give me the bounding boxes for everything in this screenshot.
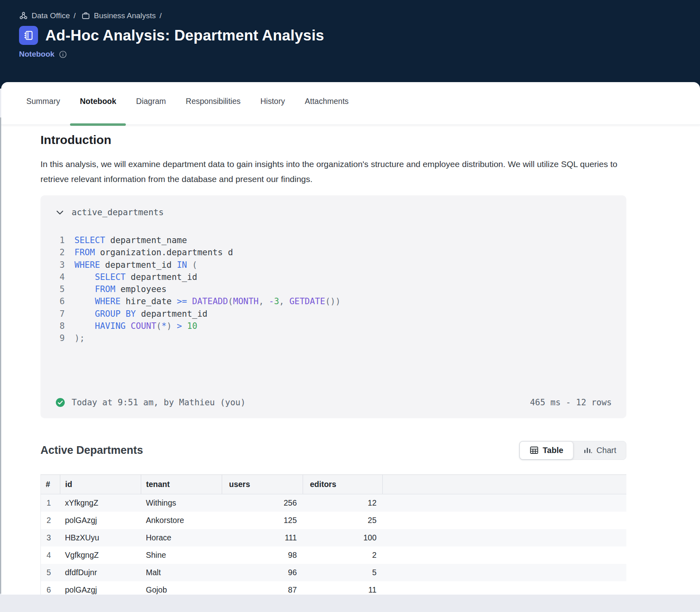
- table-cell: 4: [41, 546, 60, 564]
- column-header-editors[interactable]: editors: [303, 474, 383, 494]
- intro-paragraph: In this analysis, we will examine depart…: [40, 157, 620, 186]
- org-icon: [19, 11, 28, 20]
- table-cell: 11: [303, 581, 383, 595]
- line-number: 4: [55, 271, 65, 283]
- table-cell: xYfkgngZ: [60, 494, 141, 512]
- chart-view-button[interactable]: Chart: [573, 441, 626, 460]
- table-cell: 98: [222, 546, 303, 564]
- table-cell-filler: [383, 529, 627, 546]
- results-header: Active Departments TableChart: [40, 441, 626, 460]
- table-row[interactable]: 5dfdfDujnrMalt965: [41, 564, 627, 581]
- view-label: Chart: [596, 446, 616, 455]
- query-cell-header: active_departments: [55, 208, 612, 217]
- notebook-doc-icon: [19, 26, 38, 45]
- breadcrumb-item[interactable]: Business Analysts/: [81, 11, 161, 20]
- column-header-filler: [383, 474, 627, 494]
- tab-history[interactable]: History: [261, 97, 285, 125]
- sql-line: 3WHERE department_id IN (: [55, 259, 612, 271]
- sql-line: 8 HAVING COUNT(*) > 10: [55, 320, 612, 332]
- column-header-id[interactable]: id: [60, 474, 141, 494]
- table-cell: 5: [41, 564, 60, 581]
- line-number: 1: [55, 234, 65, 246]
- sql-line: 9);: [55, 332, 612, 344]
- breadcrumb-label: Data Office: [32, 11, 70, 20]
- table-cell: 87: [222, 581, 303, 595]
- line-number: 2: [55, 246, 65, 258]
- notebook-content: Introduction In this analysis, we will e…: [1, 125, 626, 595]
- table-cell: 96: [222, 564, 303, 581]
- query-name[interactable]: active_departments: [72, 208, 164, 217]
- line-number: 6: [55, 295, 65, 307]
- run-meta-text: 465 ms - 12 rows: [530, 398, 612, 407]
- breadcrumb-item[interactable]: Data Office/: [19, 11, 76, 20]
- sql-line: 2FROM organization.departments d: [55, 246, 612, 258]
- table-cell: 12: [303, 494, 383, 512]
- column-header-index[interactable]: #: [41, 474, 60, 494]
- asset-type-label[interactable]: Notebook: [19, 50, 55, 59]
- table-cell: 100: [303, 529, 383, 546]
- app-header: Data Office/Business Analysts/ Ad-Hoc An…: [0, 0, 700, 89]
- result-table: #idtenantuserseditors 1xYfkgngZWithings2…: [40, 474, 626, 595]
- table-cell: polGAzgj: [60, 512, 141, 529]
- line-number: 7: [55, 308, 65, 320]
- asset-type-row: Notebook: [19, 50, 684, 59]
- table-cell: Shine: [141, 546, 222, 564]
- sql-code[interactable]: 1SELECT department_name2FROM organizatio…: [55, 234, 612, 345]
- tab-attachments[interactable]: Attachments: [305, 97, 348, 125]
- table-row[interactable]: 1xYfkgngZWithings25612: [41, 494, 627, 512]
- tab-responsibilities[interactable]: Responsibilities: [186, 97, 240, 125]
- column-header-tenant[interactable]: tenant: [141, 474, 222, 494]
- breadcrumb-separator: /: [159, 11, 161, 20]
- table-cell-filler: [383, 494, 627, 512]
- table-cell: Withings: [141, 494, 222, 512]
- table-cell: 5: [303, 564, 383, 581]
- collapse-cell-button[interactable]: [55, 208, 65, 217]
- table-row[interactable]: 6polGAzgjGojob8711: [41, 581, 627, 595]
- table-row[interactable]: 3HBzXUyuHorace111100: [41, 529, 627, 546]
- table-cell-filler: [383, 512, 627, 529]
- table-view-button[interactable]: Table: [520, 441, 573, 460]
- page-title: Ad-Hoc Analysis: Department Analysis: [45, 27, 324, 44]
- page-scrollbar[interactable]: [0, 117, 1, 594]
- table-cell: 3: [41, 529, 60, 546]
- table-cell: dfdfDujnr: [60, 564, 141, 581]
- table-cell: HBzXUyu: [60, 529, 141, 546]
- workspace-icon: [81, 11, 90, 20]
- title-row: Ad-Hoc Analysis: Department Analysis: [19, 26, 684, 45]
- query-cell: active_departments 1SELECT department_na…: [40, 195, 626, 418]
- table-cell: 25: [303, 512, 383, 529]
- line-number: 9: [55, 332, 65, 344]
- table-cell: polGAzgj: [60, 581, 141, 595]
- info-icon[interactable]: [59, 50, 67, 59]
- table-row[interactable]: 4VgfkgngZShine982: [41, 546, 627, 564]
- table-cell-filler: [383, 581, 627, 595]
- tabbar: SummaryNotebookDiagramResponsibilitiesHi…: [1, 82, 700, 125]
- page: { "header": { "breadcrumb": { "items": […: [0, 0, 700, 612]
- tab-diagram[interactable]: Diagram: [136, 97, 166, 125]
- breadcrumb: Data Office/Business Analysts/: [19, 11, 684, 20]
- table-cell: VgfkgngZ: [60, 546, 141, 564]
- table-row[interactable]: 2polGAzgjAnkorstore12525: [41, 512, 627, 529]
- view-toggle: TableChart: [519, 441, 626, 460]
- sql-line: 7 GROUP BY department_id: [55, 308, 612, 320]
- result-table-head-row: #idtenantuserseditors: [41, 474, 627, 494]
- table-cell: Horace: [141, 529, 222, 546]
- line-number: 3: [55, 259, 65, 271]
- view-label: Table: [543, 446, 563, 455]
- sql-line: 4 SELECT department_id: [55, 271, 612, 283]
- table-cell: 2: [41, 512, 60, 529]
- chevron-down-icon: [55, 208, 65, 217]
- tab-notebook[interactable]: Notebook: [80, 97, 116, 125]
- sql-line: 1SELECT department_name: [55, 234, 612, 246]
- result-table-body: 1xYfkgngZWithings256122polGAzgjAnkorstor…: [41, 494, 627, 595]
- tab-summary[interactable]: Summary: [26, 97, 60, 125]
- table-cell: Ankorstore: [141, 512, 222, 529]
- breadcrumb-label: Business Analysts: [94, 11, 156, 20]
- table-cell-filler: [383, 564, 627, 581]
- table-cell: 111: [222, 529, 303, 546]
- column-header-users[interactable]: users: [222, 474, 303, 494]
- results-heading: Active Departments: [40, 444, 143, 457]
- table-cell: 256: [222, 494, 303, 512]
- table-cell: 6: [41, 581, 60, 595]
- intro-heading: Introduction: [40, 133, 626, 147]
